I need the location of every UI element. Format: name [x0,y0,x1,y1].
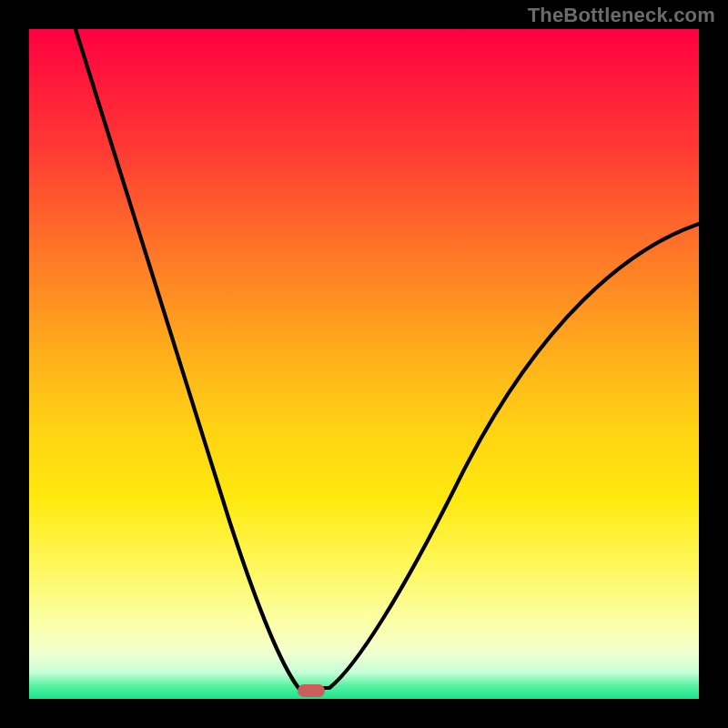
curve-path [76,29,699,688]
watermark-text: TheBottleneck.com [528,4,715,27]
plot-area [29,29,699,699]
chart-stage: TheBottleneck.com [0,0,728,728]
bottleneck-curve [29,29,699,699]
optimal-marker [298,684,325,697]
